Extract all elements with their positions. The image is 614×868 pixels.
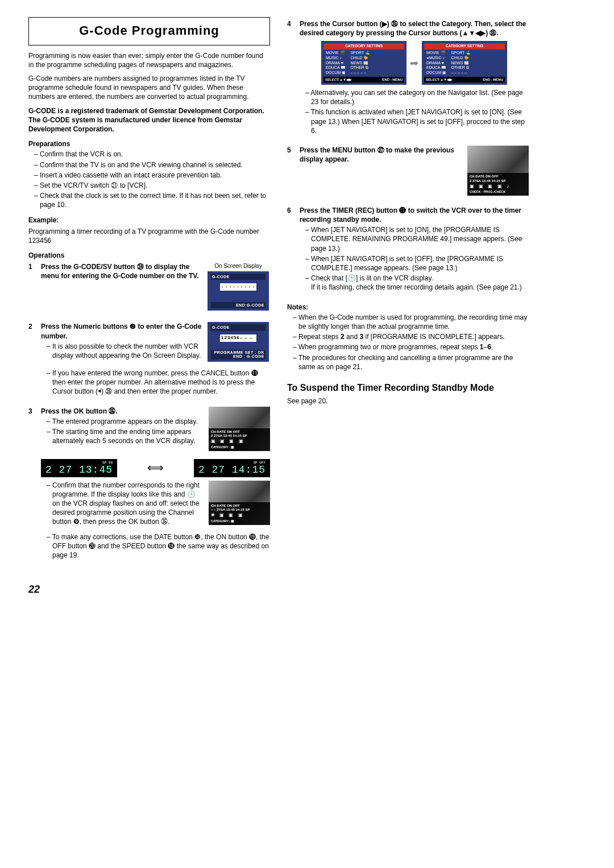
step-number: 6 xyxy=(287,206,294,297)
step-4-sub: This function is activated when [JET NAV… xyxy=(300,108,529,135)
prep-item: Set the VCR/TV switch ㉑ to [VCR]. xyxy=(28,181,270,190)
step-2-head: Press the Numeric buttons ❷ to enter the… xyxy=(41,323,201,340)
preparations-list: Confirm that the VCR is on. Confirm that… xyxy=(28,150,270,209)
osd-thumbnail-3: CH DATE ON OFF 2 27SA 13:45 14:15 SP ▣ ▣… xyxy=(467,146,529,196)
page-title: G-Code Programming xyxy=(28,17,270,46)
osd-screen-2: G-CODE 123456– – – PROGRAMME SET : OK EN… xyxy=(208,322,269,362)
note-item: When programming two or more programmes,… xyxy=(287,342,529,352)
step-6-sub: When [JET NAVIGATOR] is set to [OFF], th… xyxy=(300,254,529,272)
step-3-head: Press the OK button ㊱. xyxy=(41,407,118,415)
double-arrow-icon: ⟺ xyxy=(147,460,164,476)
osd-caption: On Screen Display xyxy=(206,262,270,270)
step-number: 1 xyxy=(28,262,35,316)
suspend-heading: To Suspend the Timer Recording Standby M… xyxy=(287,382,529,394)
osd-screen-1: G-CODE - - - - - - - - - END:G-CODE xyxy=(208,271,269,311)
step-number: 2 xyxy=(28,322,35,400)
example-body: Programming a timer recording of a TV pr… xyxy=(28,227,270,245)
prep-item: Insert a video cassette with an intact e… xyxy=(28,171,270,180)
osd-thumbnail-1: CH DATE ON OFF 2 27SA 13:45 14:15 SP ▣ ▣… xyxy=(209,407,270,451)
step-3-sub: To make any corrections, use the DATE bu… xyxy=(41,532,270,560)
notes-heading: Notes: xyxy=(287,303,529,312)
lcd-off: SP OFF 2 27 14:15 xyxy=(194,459,270,477)
step-6-head: Press the TIMER (REC) button ⓱ to switch… xyxy=(300,206,521,224)
step-6-sub: When [JET NAVIGATOR] is set to [ON], the… xyxy=(300,225,529,253)
notes-list: When the G-Code number is used for progr… xyxy=(287,313,529,371)
step-6-sub: Check that [🕒] is lit on the VCR display… xyxy=(300,274,529,292)
trademark-note: G-CODE is a registered trademark of Gems… xyxy=(28,106,270,134)
step-4-head: Press the Cursor button (▶) ㉟ to select … xyxy=(300,20,526,37)
prep-item: Check that the clock is set to the corre… xyxy=(28,191,270,209)
step-number: 4 xyxy=(287,19,294,140)
category-box-2: CATEGORY SETTING MOVIE 🎬●MUSIC ♪DRAMA ♥E… xyxy=(422,41,507,85)
category-box-1: CATEGORY SETTING MOVIE 🎬MUSIC ♪DRAMA ♥ED… xyxy=(321,41,406,85)
operations-heading: Operations xyxy=(28,251,270,260)
prep-item: Confirm that the VCR is on. xyxy=(28,150,270,159)
step-5-head: Press the MENU button ㊲ to make the prev… xyxy=(300,146,454,163)
suspend-body: See page 20. xyxy=(287,396,529,406)
prep-item: Confirm that the TV is on and the VCR vi… xyxy=(28,160,270,170)
arrow-right-icon: ➡ xyxy=(410,56,418,70)
note-item: Repeat steps 2 and 3 if [PROGRAMME IS IN… xyxy=(287,332,529,341)
step-1-text: Press the G-CODE/SV button ㉔ to display … xyxy=(41,263,199,280)
vcr-lcd-toggle: SP ON 2 27 13:45 ⟺ SP OFF 2 27 14:15 xyxy=(41,459,270,477)
example-heading: Example: xyxy=(28,216,270,225)
step-number: 3 xyxy=(28,407,35,565)
category-setting-diagram: CATEGORY SETTING MOVIE 🎬MUSIC ♪DRAMA ♥ED… xyxy=(300,41,529,85)
intro-paragraph-1: Programming is now easier than ever; sim… xyxy=(28,51,270,69)
lcd-on: SP ON 2 27 13:45 xyxy=(41,459,117,477)
page-number: 22 xyxy=(28,582,529,596)
step-2-sub: If you have entered the wrong number, pr… xyxy=(41,369,270,396)
intro-paragraph-2: G-Code numbers are numbers assigned to p… xyxy=(28,74,270,102)
note-item: When the G-Code number is used for progr… xyxy=(287,313,529,331)
step-4-sub: Alternatively, you can set the category … xyxy=(300,88,529,106)
preparations-heading: Preparations xyxy=(28,139,270,148)
osd-thumbnail-2: CH DATE ON OFF – – 27SA 13:45 14:15 SP ✺… xyxy=(209,481,270,525)
note-item: The procedures for checking and cancelli… xyxy=(287,353,529,371)
step-number: 5 xyxy=(287,146,294,200)
